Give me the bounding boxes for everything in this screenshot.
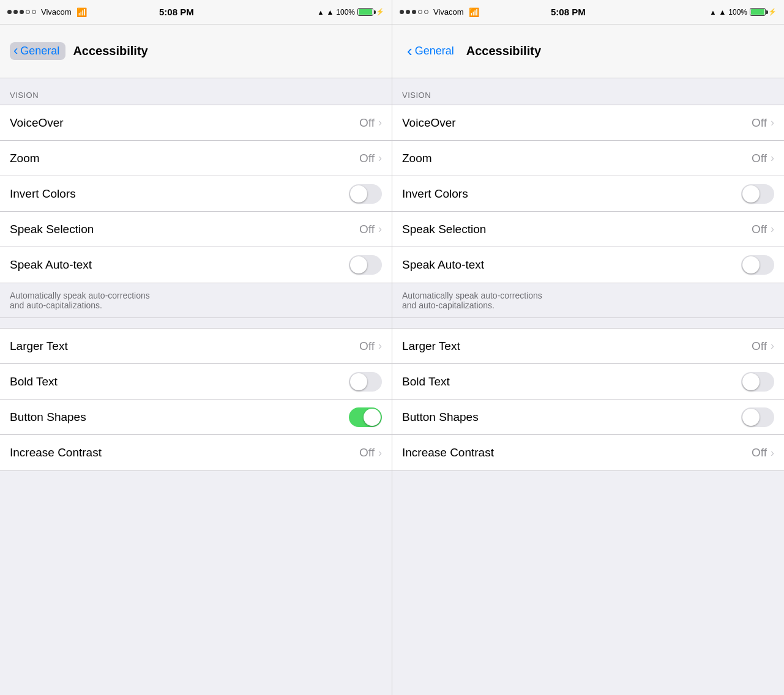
row-bold-text-right[interactable]: Bold Text xyxy=(392,364,784,400)
value-increase-contrast-right: Off xyxy=(752,446,767,459)
battery-left xyxy=(357,8,373,16)
rdot2 xyxy=(406,10,410,14)
status-bar-left: Vivacom 📶 5:08 PM ▲ ▲ 100% ⚡ xyxy=(0,0,392,24)
spacer-left xyxy=(0,318,392,328)
section-header-vision-left: VISION xyxy=(0,78,392,105)
content-area: VISION VoiceOver Off › Zoom Off › Invert… xyxy=(0,78,784,695)
label-speak-selection-right: Speak Selection xyxy=(402,223,752,236)
row-increase-contrast-right[interactable]: Increase Contrast Off › xyxy=(392,435,784,470)
row-voiceover-right[interactable]: VoiceOver Off › xyxy=(392,105,784,141)
label-larger-text-left: Larger Text xyxy=(10,340,359,353)
toggle-thumb-button-shapes-right xyxy=(742,409,760,426)
spacer-right xyxy=(392,318,784,328)
battery-fill-right xyxy=(751,9,764,15)
rdot1 xyxy=(400,10,404,14)
bolt-right: ⚡ xyxy=(768,8,777,16)
row-speak-autotext-right[interactable]: Speak Auto-text xyxy=(392,247,784,283)
toggle-thumb-button-shapes-left xyxy=(364,409,381,426)
label-button-shapes-left: Button Shapes xyxy=(10,411,349,424)
row-larger-text-left[interactable]: Larger Text Off › xyxy=(0,329,392,364)
row-speak-selection-left[interactable]: Speak Selection Off › xyxy=(0,212,392,247)
row-speak-selection-right[interactable]: Speak Selection Off › xyxy=(392,212,784,247)
row-zoom-right[interactable]: Zoom Off › xyxy=(392,141,784,176)
row-zoom-left[interactable]: Zoom Off › xyxy=(0,141,392,176)
toggle-speak-autotext-right[interactable] xyxy=(741,255,774,275)
back-chevron-left: ‹ xyxy=(13,44,18,58)
nav-left: ‹ General Accessibility xyxy=(0,24,392,78)
label-button-shapes-right: Button Shapes xyxy=(402,411,741,424)
time-left: 5:08 PM xyxy=(159,7,194,17)
toggle-speak-autotext-left[interactable] xyxy=(349,255,382,275)
toggle-bold-text-right[interactable] xyxy=(741,372,774,392)
table-group-vision-right: VoiceOver Off › Zoom Off › Invert Colors… xyxy=(392,105,784,283)
row-button-shapes-left[interactable]: Button Shapes xyxy=(0,400,392,435)
signal-right xyxy=(400,10,428,14)
nav-title-left: Accessibility xyxy=(73,44,147,58)
carrier-right: Vivacom xyxy=(433,7,464,17)
back-button-left[interactable]: ‹ General xyxy=(10,42,65,60)
chevron-voiceover-right: › xyxy=(771,116,774,129)
toggle-button-shapes-left[interactable] xyxy=(349,407,382,427)
row-voiceover-left[interactable]: VoiceOver Off › xyxy=(0,105,392,141)
wifi-icon-left: 📶 xyxy=(77,7,87,17)
toggle-thumb-bold-text-right xyxy=(742,373,760,390)
value-voiceover-left: Off xyxy=(359,116,375,130)
dot4 xyxy=(26,10,30,14)
table-group-text-right: Larger Text Off › Bold Text Button Shape… xyxy=(392,328,784,471)
dot5 xyxy=(32,10,36,14)
bt-icon-left: ▲ xyxy=(326,8,334,17)
row-button-shapes-right[interactable]: Button Shapes xyxy=(392,400,784,435)
back-button-right[interactable]: ‹ General xyxy=(402,42,459,61)
dot3 xyxy=(20,10,24,14)
battery-pct-right: 100% xyxy=(728,8,747,17)
nav-right: ‹ General Accessibility xyxy=(392,24,784,78)
rdot3 xyxy=(412,10,416,14)
toggle-thumb-speak-autotext-right xyxy=(742,256,760,273)
chevron-increase-contrast-right: › xyxy=(771,447,774,459)
value-larger-text-left: Off xyxy=(359,340,375,353)
chevron-speak-selection-right: › xyxy=(771,223,774,236)
nav-bar-row: ‹ General Accessibility ‹ General Access… xyxy=(0,24,784,78)
status-bar-right: Vivacom 📶 5:08 PM ▲ ▲ 100% ⚡ xyxy=(392,0,784,24)
label-speak-autotext-right: Speak Auto-text xyxy=(402,258,741,272)
row-larger-text-right[interactable]: Larger Text Off › xyxy=(392,329,784,364)
rdot4 xyxy=(418,10,422,14)
value-zoom-left: Off xyxy=(359,152,375,165)
row-increase-contrast-left[interactable]: Increase Contrast Off › xyxy=(0,435,392,470)
back-label-right: General xyxy=(415,45,454,58)
back-label-left: General xyxy=(20,45,59,58)
label-speak-autotext-left: Speak Auto-text xyxy=(10,258,349,272)
value-increase-contrast-left: Off xyxy=(359,446,375,459)
bt-icon-right: ▲ xyxy=(719,8,726,17)
toggle-invert-right[interactable] xyxy=(741,184,774,204)
description-auto-corrections-left: Automatically speak auto-correctionsand … xyxy=(0,283,392,318)
toggle-button-shapes-right[interactable] xyxy=(741,407,774,427)
value-speak-selection-right: Off xyxy=(752,223,767,236)
toggle-thumb-speak-autotext-left xyxy=(350,256,367,273)
signal-left xyxy=(7,10,36,14)
toggle-thumb-bold-text-left xyxy=(350,373,367,390)
label-increase-contrast-right: Increase Contrast xyxy=(402,446,752,459)
battery-fill-left xyxy=(359,9,372,15)
toggle-bold-text-left[interactable] xyxy=(349,372,382,392)
toggle-invert-left[interactable] xyxy=(349,184,382,204)
chevron-larger-text-right: › xyxy=(771,340,774,352)
label-increase-contrast-left: Increase Contrast xyxy=(10,446,359,459)
label-larger-text-right: Larger Text xyxy=(402,340,752,353)
nav-title-right: Accessibility xyxy=(466,44,541,58)
rdot5 xyxy=(424,10,428,14)
row-invert-right[interactable]: Invert Colors xyxy=(392,176,784,212)
label-bold-text-left: Bold Text xyxy=(10,375,349,388)
wifi-icon-right: 📶 xyxy=(469,7,479,17)
row-bold-text-left[interactable]: Bold Text xyxy=(0,364,392,400)
row-invert-left[interactable]: Invert Colors xyxy=(0,176,392,212)
toggle-thumb-invert-right xyxy=(742,185,760,203)
table-group-text-left: Larger Text Off › Bold Text Button Shape… xyxy=(0,328,392,471)
battery-pct-left: 100% xyxy=(336,8,355,17)
carrier-left: Vivacom xyxy=(41,7,72,17)
label-speak-selection-left: Speak Selection xyxy=(10,223,359,236)
chevron-larger-text-left: › xyxy=(378,340,382,352)
label-bold-text-right: Bold Text xyxy=(402,375,741,388)
row-speak-autotext-left[interactable]: Speak Auto-text xyxy=(0,247,392,283)
location-icon-left: ▲ xyxy=(318,9,324,16)
